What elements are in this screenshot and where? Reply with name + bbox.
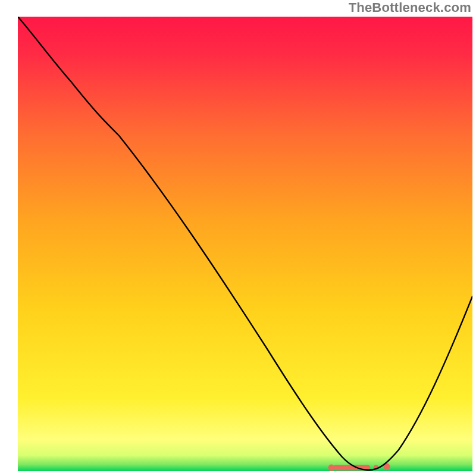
chart-stage: TheBottleneck.com <box>0 0 476 476</box>
watermark-text: TheBottleneck.com <box>349 0 471 15</box>
bottleneck-chart <box>18 17 472 471</box>
gradient-background <box>18 17 472 471</box>
